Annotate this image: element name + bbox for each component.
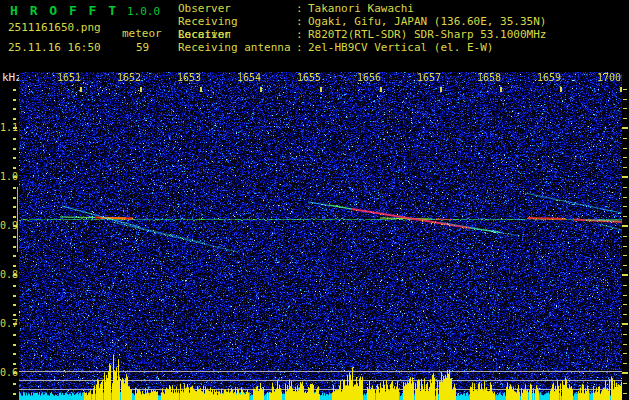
freq-minor-tick-left (13, 236, 16, 238)
info-row: Receiver:R820T2(RTL-SDR) SDR-Sharp 53.10… (178, 28, 546, 41)
freq-minor-tick-left (13, 255, 16, 257)
info-colon: : (296, 2, 308, 15)
freq-minor-tick-right (623, 295, 627, 296)
freq-major-tick-right (622, 323, 628, 325)
freq-minor-tick-right (623, 206, 627, 207)
freq-tick-label: 0.9 (0, 221, 13, 231)
time-tick-label: 1659 (534, 73, 564, 83)
time-tick (560, 87, 562, 92)
freq-minor-tick-right (623, 393, 627, 394)
time-tick-label: 1653 (174, 73, 204, 83)
time-tick-label: 1657 (414, 73, 444, 83)
freq-minor-tick-left (13, 383, 16, 385)
freq-minor-tick-right (623, 353, 627, 354)
freq-minor-tick-left (13, 344, 16, 346)
time-tick (380, 87, 382, 92)
time-tick (500, 87, 502, 92)
time-tick (620, 87, 622, 92)
freq-minor-tick-left (13, 89, 16, 91)
freq-major-tick-right (622, 127, 628, 129)
freq-minor-tick-right (623, 236, 627, 237)
info-row: Receiving antenna:2el-HB9CV Vertical (el… (178, 41, 546, 54)
freq-minor-tick-left (13, 197, 16, 199)
freq-minor-tick-right (623, 187, 627, 188)
info-value: 2el-HB9CV Vertical (el. E-W) (308, 41, 493, 54)
time-tick-label: 1651 (54, 73, 84, 83)
freq-minor-tick-right (623, 314, 627, 315)
freq-minor-tick-left (13, 108, 16, 110)
info-colon: : (296, 15, 308, 28)
freq-minor-tick-right (623, 265, 627, 266)
freq-minor-tick-left (13, 334, 16, 336)
freq-minor-tick-left (13, 167, 16, 169)
freq-minor-tick-left (13, 216, 16, 218)
info-value: Ogaki, Gifu, JAPAN (136.60E, 35.35N) (308, 15, 546, 28)
mode-label: meteor (122, 27, 162, 40)
hrofft-window: H R O F F T 1.0.0 2511161650.png meteor … (0, 0, 629, 400)
freq-minor-tick-left (13, 314, 16, 316)
info-value: Takanori Kawachi (308, 2, 414, 15)
freq-major-tick-right (622, 274, 628, 276)
freq-minor-tick-right (623, 255, 627, 256)
freq-minor-tick-right (623, 383, 627, 384)
time-tick (440, 87, 442, 92)
info-value: R820T2(RTL-SDR) SDR-Sharp 53.1000MHz (308, 28, 546, 41)
freq-minor-tick-right (623, 304, 627, 305)
freq-minor-tick-left (13, 304, 16, 306)
freq-minor-tick-left (13, 138, 16, 140)
time-tick-label: 1655 (294, 73, 324, 83)
time-tick-label: 1658 (474, 73, 504, 83)
freq-minor-tick-right (623, 363, 627, 364)
freq-minor-tick-left (13, 206, 16, 208)
freq-major-tick-right (622, 372, 628, 374)
freq-tick-label: 1.0 (0, 172, 13, 182)
freq-minor-tick-right (623, 148, 627, 149)
freq-minor-tick-right (623, 167, 627, 168)
time-tick (140, 87, 142, 92)
freq-major-tick-right (622, 225, 628, 227)
freq-major-tick-right (622, 176, 628, 178)
freq-tick-label: 1.1 (0, 123, 13, 133)
freq-minor-tick-right (623, 216, 627, 217)
freq-minor-tick-right (623, 108, 627, 109)
freq-minor-tick-left (13, 265, 16, 267)
info-row: Observer:Takanori Kawachi (178, 2, 546, 15)
info-label: Receiver (178, 28, 296, 41)
freq-minor-tick-left (13, 246, 16, 248)
time-tick-label: 1654 (234, 73, 264, 83)
freq-minor-tick-right (623, 344, 627, 345)
freq-minor-tick-left (13, 363, 16, 365)
echo-count: 59 (136, 41, 149, 54)
freq-minor-tick-right (623, 118, 627, 119)
freq-major-tick-left (13, 225, 17, 227)
freq-minor-tick-left (13, 157, 16, 159)
time-tick-label: 1652 (114, 73, 144, 83)
freq-minor-tick-left (13, 148, 16, 150)
freq-minor-tick-right (623, 246, 627, 247)
time-tick (260, 87, 262, 92)
info-label: Observer (178, 2, 296, 15)
freq-tick-label: 0.7 (0, 319, 13, 329)
freq-minor-tick-left (13, 353, 16, 355)
time-tick-label: 1656 (354, 73, 384, 83)
freq-minor-tick-right (623, 89, 627, 90)
observer-info-table: Observer:Takanori KawachiReceiving Locat… (178, 2, 546, 54)
freq-minor-tick-right (623, 197, 627, 198)
freq-minor-tick-left (13, 393, 16, 395)
freq-major-tick-left (13, 176, 17, 178)
time-tick-label: 1700 (594, 73, 624, 83)
output-filename: 2511161650.png (8, 21, 101, 34)
freq-major-tick-left (13, 274, 17, 276)
freq-minor-tick-left (13, 285, 16, 287)
freq-minor-tick-left (13, 99, 16, 101)
freq-minor-tick-left (13, 118, 16, 120)
time-tick (200, 87, 202, 92)
freq-minor-tick-right (623, 285, 627, 286)
freq-minor-tick-right (623, 157, 627, 158)
info-label: Receiving Location (178, 15, 296, 28)
freq-major-tick-left (13, 323, 17, 325)
app-title: H R O F F T (10, 3, 118, 18)
info-colon: : (296, 28, 308, 41)
time-tick (80, 87, 82, 92)
freq-minor-tick-left (13, 187, 16, 189)
